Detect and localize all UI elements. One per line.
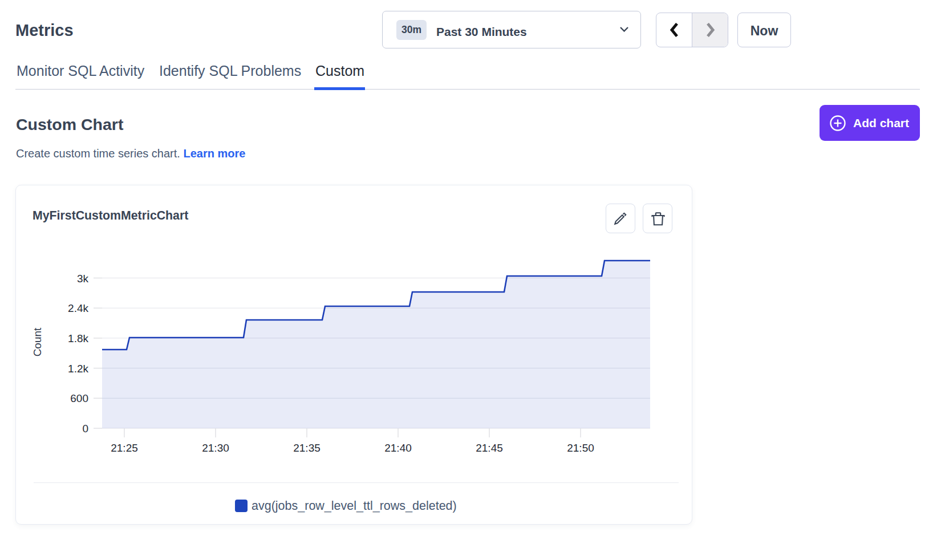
svg-text:3k: 3k bbox=[77, 273, 89, 285]
svg-text:2.4k: 2.4k bbox=[68, 302, 88, 314]
svg-text:21:50: 21:50 bbox=[567, 442, 594, 454]
svg-text:21:25: 21:25 bbox=[111, 442, 138, 454]
svg-text:avg(jobs_row_level_ttl_rows_de: avg(jobs_row_level_ttl_rows_deleted) bbox=[252, 499, 457, 513]
svg-text:Count: Count bbox=[31, 327, 43, 356]
svg-text:0: 0 bbox=[82, 423, 88, 435]
svg-text:21:45: 21:45 bbox=[476, 442, 503, 454]
svg-text:21:40: 21:40 bbox=[384, 442, 412, 454]
svg-text:1.8k: 1.8k bbox=[68, 332, 88, 344]
svg-text:21:30: 21:30 bbox=[202, 442, 229, 454]
svg-text:21:35: 21:35 bbox=[293, 442, 321, 454]
svg-text:600: 600 bbox=[70, 392, 88, 404]
svg-text:1.2k: 1.2k bbox=[68, 363, 88, 375]
